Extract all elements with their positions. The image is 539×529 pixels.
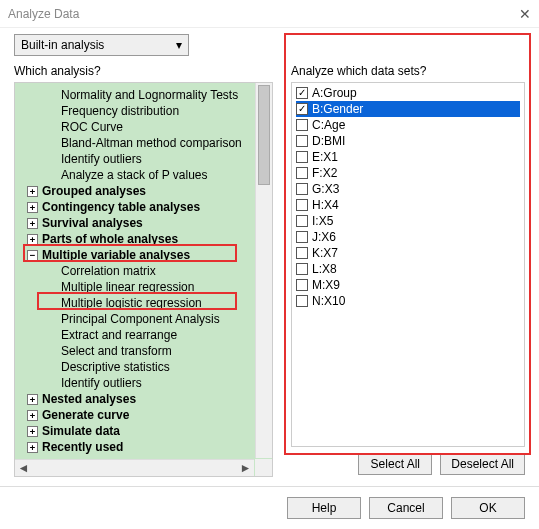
checkbox-icon[interactable] <box>296 295 308 307</box>
dataset-row[interactable]: B:Gender <box>296 101 520 117</box>
checkbox-icon[interactable] <box>296 279 308 291</box>
checkbox-icon[interactable] <box>296 119 308 131</box>
tree-node[interactable]: Normality and Lognormality Tests <box>15 87 254 103</box>
tree-node-label: Simulate data <box>42 423 120 439</box>
dataset-row[interactable]: A:Group <box>296 85 520 101</box>
dropdown-value: Built-in analysis <box>21 38 104 52</box>
dataset-row[interactable]: I:X5 <box>296 213 520 229</box>
tree-node[interactable]: Correlation matrix <box>15 263 254 279</box>
tree-node-label: Identify outliers <box>61 151 142 167</box>
cancel-button[interactable]: Cancel <box>369 497 443 519</box>
plus-icon[interactable] <box>27 202 38 213</box>
datasets-list[interactable]: A:GroupB:GenderC:AgeD:BMIE:X1F:X2G:X3H:X… <box>291 82 525 447</box>
tree-node[interactable]: Grouped analyses <box>15 183 254 199</box>
tree-node[interactable]: Bland-Altman method comparison <box>15 135 254 151</box>
tree-node[interactable]: Nested analyses <box>15 391 254 407</box>
dataset-label: H:X4 <box>312 197 339 213</box>
dataset-label: L:X8 <box>312 261 337 277</box>
dataset-label: N:X10 <box>312 293 345 309</box>
tree-node[interactable]: Multiple linear regression <box>15 279 254 295</box>
tree-node-label: Select and transform <box>61 343 172 359</box>
analysis-tree[interactable]: Normality and Lognormality TestsFrequenc… <box>14 82 273 477</box>
dataset-row[interactable]: H:X4 <box>296 197 520 213</box>
checkbox-icon[interactable] <box>296 199 308 211</box>
tree-node-label: Analyze a stack of P values <box>61 167 208 183</box>
tree-node[interactable]: Frequency distribution <box>15 103 254 119</box>
plus-icon[interactable] <box>27 410 38 421</box>
tree-node[interactable]: Principal Component Analysis <box>15 311 254 327</box>
dataset-row[interactable]: K:X7 <box>296 245 520 261</box>
scroll-left-icon[interactable]: ◄ <box>17 462 30 475</box>
tree-node-label: Nested analyses <box>42 391 136 407</box>
scroll-right-icon[interactable]: ► <box>239 462 252 475</box>
which-analysis-label: Which analysis? <box>14 64 273 78</box>
titlebar: Analyze Data ✕ <box>0 0 539 28</box>
dataset-row[interactable]: M:X9 <box>296 277 520 293</box>
tree-node[interactable]: ROC Curve <box>15 119 254 135</box>
dataset-row[interactable]: D:BMI <box>296 133 520 149</box>
checkbox-icon[interactable] <box>296 215 308 227</box>
scroll-thumb[interactable] <box>258 85 270 185</box>
checkbox-icon[interactable] <box>296 135 308 147</box>
plus-icon[interactable] <box>27 426 38 437</box>
tree-node[interactable]: Extract and rearrange <box>15 327 254 343</box>
dataset-row[interactable]: L:X8 <box>296 261 520 277</box>
tree-node[interactable]: Survival analyses <box>15 215 254 231</box>
checkbox-icon[interactable] <box>296 263 308 275</box>
plus-icon[interactable] <box>27 394 38 405</box>
ok-button[interactable]: OK <box>451 497 525 519</box>
dataset-row[interactable]: G:X3 <box>296 181 520 197</box>
tree-node[interactable]: Parts of whole analyses <box>15 231 254 247</box>
plus-icon[interactable] <box>27 442 38 453</box>
checkbox-icon[interactable] <box>296 103 308 115</box>
tree-node-label: Principal Component Analysis <box>61 311 220 327</box>
dataset-label: I:X5 <box>312 213 333 229</box>
checkbox-icon[interactable] <box>296 87 308 99</box>
tree-node-label: Correlation matrix <box>61 263 156 279</box>
select-all-button[interactable]: Select All <box>358 453 432 475</box>
plus-icon[interactable] <box>27 218 38 229</box>
dataset-label: J:X6 <box>312 229 336 245</box>
dataset-row[interactable]: F:X2 <box>296 165 520 181</box>
tree-node[interactable]: Contingency table analyses <box>15 199 254 215</box>
checkbox-icon[interactable] <box>296 247 308 259</box>
tree-node[interactable]: Generate curve <box>15 407 254 423</box>
dataset-label: A:Group <box>312 85 357 101</box>
dataset-row[interactable]: J:X6 <box>296 229 520 245</box>
help-button[interactable]: Help <box>287 497 361 519</box>
checkbox-icon[interactable] <box>296 151 308 163</box>
tree-node[interactable]: Identify outliers <box>15 151 254 167</box>
tree-node[interactable]: Simulate data <box>15 423 254 439</box>
tree-node[interactable]: Multiple logistic regression <box>15 295 254 311</box>
dataset-row[interactable]: E:X1 <box>296 149 520 165</box>
tree-node[interactable]: Descriptive statistics <box>15 359 254 375</box>
which-datasets-label: Analyze which data sets? <box>291 64 525 78</box>
tree-node[interactable]: Identify outliers <box>15 375 254 391</box>
plus-icon[interactable] <box>27 186 38 197</box>
tree-node[interactable]: Analyze a stack of P values <box>15 167 254 183</box>
tree-node[interactable]: Multiple variable analyses <box>15 247 254 263</box>
dataset-label: D:BMI <box>312 133 345 149</box>
checkbox-icon[interactable] <box>296 183 308 195</box>
checkbox-icon[interactable] <box>296 167 308 179</box>
analysis-source-dropdown[interactable]: Built-in analysis ▾ <box>14 34 189 56</box>
tree-node[interactable]: Select and transform <box>15 343 254 359</box>
dataset-label: C:Age <box>312 117 345 133</box>
tree-node-label: Parts of whole analyses <box>42 231 178 247</box>
dataset-label: F:X2 <box>312 165 337 181</box>
dataset-row[interactable]: N:X10 <box>296 293 520 309</box>
dataset-row[interactable]: C:Age <box>296 117 520 133</box>
vertical-scrollbar[interactable] <box>255 83 272 458</box>
plus-icon[interactable] <box>27 234 38 245</box>
tree-node[interactable]: Recently used <box>15 439 254 455</box>
minus-icon[interactable] <box>27 250 38 261</box>
tree-node-label: Grouped analyses <box>42 183 146 199</box>
tree-node-label: Recently used <box>42 439 123 455</box>
checkbox-icon[interactable] <box>296 231 308 243</box>
tree-node-label: Survival analyses <box>42 215 143 231</box>
dataset-label: B:Gender <box>312 101 363 117</box>
deselect-all-button[interactable]: Deselect All <box>440 453 525 475</box>
close-icon[interactable]: ✕ <box>519 6 531 22</box>
horizontal-scrollbar[interactable]: ◄ ► <box>15 459 254 476</box>
tree-node-label: Normality and Lognormality Tests <box>61 87 238 103</box>
